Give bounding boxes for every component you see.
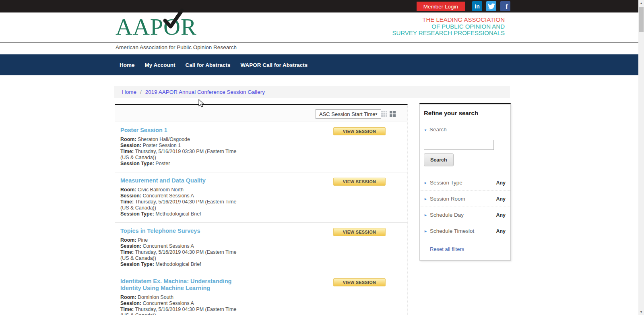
session-row: Identitatem Ex. Machina: Understanding I… [115,273,407,315]
chevron-down-icon: ▼ [375,112,378,116]
room-value: Dominion South [138,294,173,300]
room-label: Room: [120,137,136,142]
room-label: Room: [120,294,136,300]
filter-value: Any [496,180,506,186]
filter-label: Session Type [430,180,496,186]
top-utility-bar: Member Login in f [0,0,638,12]
session-label: Session: [120,243,141,249]
room-value: Civic Ballroom North [138,187,184,193]
time-label: Time: [120,149,134,154]
reset-all-filters-link[interactable]: Reset all filters [430,246,464,252]
twitter-icon[interactable] [486,1,496,11]
session-row: Measurement and Data Quality Room: Civic… [115,172,407,223]
tagline-line3: SURVEY RESEARCH PROFESSIONALS [392,30,505,37]
aapor-logo[interactable]: AAPO R [116,15,197,39]
type-label: Session Type: [120,161,154,166]
time-label: Time: [120,249,134,255]
session-label: Session: [120,143,141,148]
filter-schedule-timeslot[interactable]: ► Schedule Timeslot Any [420,223,510,239]
session-title-link[interactable]: Identitatem Ex. Machina: Understanding I… [120,278,253,292]
filter-value: Any [496,196,506,202]
room-value: Pine [138,237,148,243]
header-divider [0,42,644,43]
session-label: Session: [120,193,141,199]
triangle-down-icon: ▼ [424,128,427,132]
filter-schedule-day[interactable]: ► Schedule Day Any [420,207,510,223]
scroll-up-icon[interactable]: ▲ [638,2,644,4]
twitter-bird-icon [488,3,495,10]
tagline: THE LEADING ASSOCIATION OF PUBLIC OPINIO… [392,17,505,37]
view-session-button[interactable]: VIEW SESSION [333,178,386,186]
room-label: Room: [120,237,136,243]
session-value: Concurrent Sessions A [143,193,194,199]
type-value: Methodological Brief [155,211,201,217]
linkedin-icon[interactable]: in [472,1,482,11]
scrollbar-thumb[interactable] [639,7,644,32]
list-toolbar: ASC Session Start Time ▼ [115,105,407,122]
view-session-button[interactable]: VIEW SESSION [333,278,386,286]
tagline-line1: THE LEADING ASSOCIATION [392,17,505,23]
list-view-icon[interactable] [381,111,387,117]
session-row: Poster Session 1 Room: Sheraton Hall/Osg… [115,122,407,172]
sort-dropdown-value: ASC Session Start Time [319,111,375,117]
breadcrumb-home-link[interactable]: Home [122,89,136,95]
session-value: Poster Session 1 [143,143,181,148]
filter-label: Schedule Day [430,212,496,218]
session-title-link[interactable]: Poster Session 1 [120,127,253,134]
session-list-panel: ASC Session Start Time ▼ [115,104,408,315]
breadcrumb-separator: / [140,89,142,95]
session-title-link[interactable]: Topics in Telephone Surveys [120,228,253,234]
filter-value: Any [496,228,506,234]
search-section-header[interactable]: ▼Search [424,126,506,133]
refine-search-title: Refine your search [420,104,510,121]
member-login-button[interactable]: Member Login [417,2,465,11]
triangle-right-icon: ► [424,197,427,201]
filter-list: ► Session Type Any ► Session Room Any ► … [420,173,510,239]
filter-label: Session Room [430,196,496,202]
search-input[interactable] [424,140,494,150]
view-session-button[interactable]: VIEW SESSION [333,228,386,236]
session-value: Concurrent Sessions A [143,300,194,306]
main-nav: Home My Account Call for Abstracts WAPOR… [0,54,638,75]
type-value: Poster [155,161,170,166]
type-label: Session Type: [120,261,154,267]
filter-label: Schedule Timeslot [430,228,496,234]
breadcrumb: Home / 2019 AAPOR Annual Conference Sess… [114,86,510,98]
nav-item-wapor-call-for-abstracts[interactable]: WAPOR Call for Abstracts [241,62,308,68]
time-label: Time: [120,307,134,312]
scroll-down-icon[interactable]: ▼ [638,311,644,313]
session-row: Topics in Telephone Surveys Room: Pine S… [115,223,407,273]
refine-search-panel: Refine your search ▼Search Search ► Sess… [419,103,511,261]
view-session-button[interactable]: VIEW SESSION [333,127,386,135]
breadcrumb-current-link[interactable]: 2019 AAPOR Annual Conference Session Gal… [145,89,265,95]
triangle-right-icon: ► [424,213,427,217]
time-value: Thursday, 5/16/2019 04:30 PM (Eastern Ti… [120,249,236,261]
logo-subtext: American Association for Public Opinion … [116,44,237,50]
tagline-line2: OF PUBLIC OPINION AND [392,23,505,30]
search-button[interactable]: Search [424,153,454,166]
grid-view-icon[interactable] [390,111,396,117]
triangle-right-icon: ► [424,181,427,185]
session-title-link[interactable]: Measurement and Data Quality [120,177,253,184]
logo-text: AAP [116,14,163,40]
time-value: Thursday, 5/16/2019 04:30 PM (Eastern Ti… [120,307,236,315]
type-label: Session Type: [120,211,154,217]
nav-item-call-for-abstracts[interactable]: Call for Abstracts [186,62,231,68]
session-label: Session: [120,300,141,306]
site-header: AAPO R American Association for Public O… [0,12,638,54]
room-value: Sheraton Hall/Osgoode [138,137,190,142]
checkmark-icon [161,8,184,31]
time-label: Time: [120,199,134,205]
nav-item-home[interactable]: Home [120,62,135,68]
type-value: Methodological Brief [155,261,201,267]
filter-session-type[interactable]: ► Session Type Any [420,175,510,191]
search-section-label: Search [429,126,447,133]
page-scrollbar[interactable]: ▲ ▼ [638,0,644,315]
triangle-right-icon: ► [424,229,427,233]
search-section: ▼Search Search [420,121,510,173]
filter-session-room[interactable]: ► Session Room Any [420,191,510,207]
sort-dropdown[interactable]: ASC Session Start Time ▼ [316,109,381,119]
nav-item-my-account[interactable]: My Account [145,62,175,68]
facebook-icon[interactable]: f [500,1,510,11]
filter-value: Any [496,212,506,218]
